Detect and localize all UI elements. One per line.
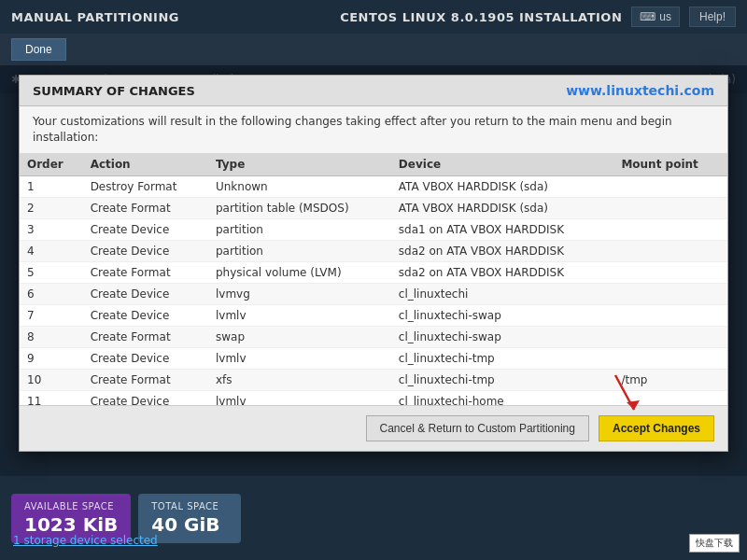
cell-mount [613,175,727,197]
col-type: Type [208,153,391,176]
table-row: 4Create Devicepartitionsda2 on ATA VBOX … [20,240,727,261]
cell-type: lvmlv [208,304,391,326]
top-bar-right: CENTOS LINUX 8.0.1905 INSTALLATION ⌨ us … [340,7,736,27]
cancel-button[interactable]: Cancel & Return to Custom Partitioning [366,415,589,441]
cell-mount [613,326,727,347]
available-label: AVAILABLE SPACE [24,501,118,511]
cell-mount [613,261,727,283]
help-button[interactable]: Help! [689,7,736,27]
cell-action: Create Device [83,218,208,240]
dialog-footer: Cancel & Return to Custom Partitioning A… [20,405,727,451]
table-row: 6Create Devicelvmvgcl_linuxtechi [20,283,727,304]
cell-order: 10 [20,369,83,390]
cell-action: Create Device [83,347,208,369]
total-value: 40 GiB [151,513,228,536]
table-row: 7Create Devicelvmlvcl_linuxtechi-swap [20,304,727,326]
table-row: 5Create Formatphysical volume (LVM)sda2 … [20,261,727,283]
cell-type: partition [208,218,391,240]
cell-action: Create Format [83,197,208,218]
cell-order: 4 [20,240,83,261]
col-device: Device [391,153,614,176]
cell-type: swap [208,326,391,347]
table-row: 8Create Formatswapcl_linuxtechi-swap [20,326,727,347]
download-badge: 快盘下载 [689,534,740,553]
dialog-title: SUMMARY OF CHANGES [33,84,195,98]
changes-table-container: Order Action Type Device Mount point 1De… [20,153,727,405]
cell-action: Create Device [83,304,208,326]
cell-action: Destroy Format [83,175,208,197]
col-mount: Mount point [613,153,727,176]
cell-device: cl_linuxtechi-tmp [391,369,614,390]
table-row: 3Create Devicepartitionsda1 on ATA VBOX … [20,218,727,240]
cell-order: 1 [20,175,83,197]
cell-mount [613,304,727,326]
cell-order: 9 [20,347,83,369]
cell-mount [613,240,727,261]
cell-type: lvmlv [208,390,391,405]
second-bar: Done [0,34,747,65]
keyboard-icon: ⌨ [640,10,655,23]
cell-order: 3 [20,218,83,240]
install-title: CENTOS LINUX 8.0.1905 INSTALLATION [340,10,622,24]
cell-mount [613,347,727,369]
cell-type: partition [208,240,391,261]
cell-order: 11 [20,390,83,405]
app-title: MANUAL PARTITIONING [11,10,179,24]
cell-device: cl_linuxtechi-swap [391,326,614,347]
table-row: 1Destroy FormatUnknownATA VBOX HARDDISK … [20,175,727,197]
cell-device: cl_linuxtechi [391,283,614,304]
available-value: 1023 KiB [24,513,118,536]
dialog-watermark: www.linuxtechi.com [566,83,714,98]
main-area: ✱ New CentOS Linux 8.0.1905 Installation… [0,65,747,476]
cell-type: lvmvg [208,283,391,304]
cell-device: cl_linuxtechi-tmp [391,347,614,369]
cell-type: lvmlv [208,347,391,369]
cell-device: cl_linuxtechi-swap [391,304,614,326]
cell-device: ATA VBOX HARDDISK (sda) [391,175,614,197]
table-row: 9Create Devicelvmlvcl_linuxtechi-tmp [20,347,727,369]
cell-order: 5 [20,261,83,283]
dialog-header: SUMMARY OF CHANGES www.linuxtechi.com [20,76,727,106]
cell-device: sda2 on ATA VBOX HARDDISK [391,240,614,261]
cell-action: Create Format [83,261,208,283]
bottom-bar: AVAILABLE SPACE 1023 KiB TOTAL SPACE 40 … [0,476,747,560]
col-order: Order [20,153,83,176]
cell-order: 7 [20,304,83,326]
cell-action: Create Device [83,390,208,405]
cell-type: Unknown [208,175,391,197]
cell-device: cl_linuxtechi-home [391,390,614,405]
total-label: TOTAL SPACE [151,501,228,511]
cell-type: partition table (MSDOS) [208,197,391,218]
dialog-description: Your customizations will result in the f… [20,106,727,153]
summary-dialog: SUMMARY OF CHANGES www.linuxtechi.com Yo… [19,75,728,452]
cell-order: 6 [20,283,83,304]
changes-table: Order Action Type Device Mount point 1De… [20,153,727,405]
cell-device: sda1 on ATA VBOX HARDDISK [391,218,614,240]
cell-type: xfs [208,369,391,390]
done-button[interactable]: Done [11,38,66,61]
cell-action: Create Device [83,240,208,261]
cell-device: sda2 on ATA VBOX HARDDISK [391,261,614,283]
cell-mount [613,283,727,304]
cell-action: Create Device [83,283,208,304]
arrow-annotation [587,371,643,417]
cell-mount [613,218,727,240]
cell-type: physical volume (LVM) [208,261,391,283]
keyboard-button[interactable]: ⌨ us [631,7,680,27]
storage-link[interactable]: 1 storage device selected [13,534,158,547]
cell-action: Create Format [83,326,208,347]
top-bar: MANUAL PARTITIONING CENTOS LINUX 8.0.190… [0,0,747,34]
cell-order: 2 [20,197,83,218]
cell-device: ATA VBOX HARDDISK (sda) [391,197,614,218]
table-row: 2Create Formatpartition table (MSDOS)ATA… [20,197,727,218]
cell-mount [613,197,727,218]
table-header: Order Action Type Device Mount point [20,153,727,176]
cell-action: Create Format [83,369,208,390]
col-action: Action [83,153,208,176]
cell-order: 8 [20,326,83,347]
keyboard-label: us [659,10,671,23]
accept-changes-button[interactable]: Accept Changes [599,415,714,441]
